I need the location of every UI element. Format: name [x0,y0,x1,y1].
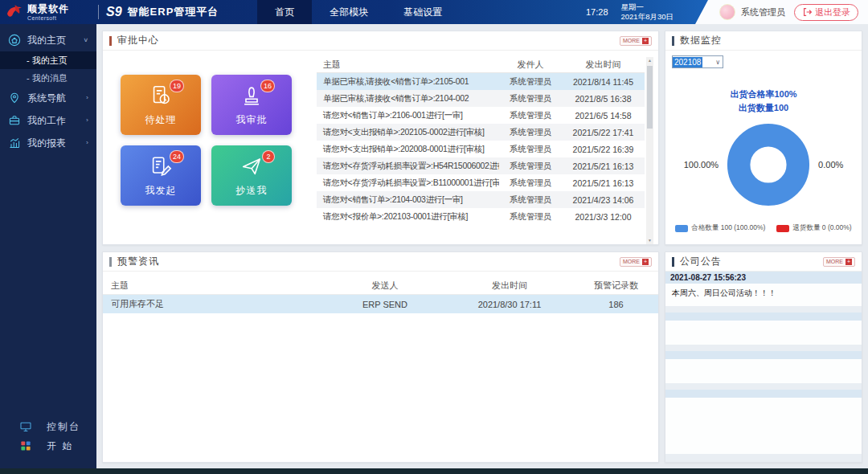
approval-row[interactable]: 请您对<存货浮动耗损率设置>:B11000001进行[审核]系统管理员2021/… [317,174,645,191]
sidebar-item-label: 系统导航 [27,92,86,105]
home-icon [8,34,21,47]
tile-compose[interactable]: 24我发起 [121,145,201,206]
scroll-down-icon[interactable]: ▼ [646,237,653,244]
message-subject: 请您对<支出报销单>:202008-0001进行[审核] [317,144,499,155]
clock: 17:28 [586,7,608,17]
message-sender: 系统管理员 [499,161,562,172]
announcement-content [665,398,862,454]
message-subject: 请您对<存货浮动耗损率设置>:H54R15006002进行[审核] [317,161,499,172]
approval-table: 主题发件人发出时间 单据已审核,请接收<销售订单>:2105-001系统管理员2… [317,57,653,244]
legend-label: 退货数量 0 (0.00%) [792,223,851,233]
nav-icon [8,92,21,104]
message-sender: 系统管理员 [499,127,562,138]
sidebar-footer-label: 开 始 [47,439,88,453]
more-icon: + [845,259,852,265]
sidebar-item-label: 我的工作 [27,114,86,128]
message-time: 2021/6/5 14:58 [562,111,645,121]
announcements-panel: 公司公告 MORE+ 2021-08-27 15:56:23本周六、周日公司活动… [665,251,862,463]
column-header: 主题 [317,59,499,71]
work-icon [8,114,21,127]
logout-button[interactable]: 退出登录 [794,4,858,21]
period-select[interactable]: 202108 ∨ [672,55,723,68]
app-logo: 顺景软件 Centersoft [0,2,96,22]
approval-row[interactable]: 请您对<支出报销单>:202008-0001进行[审核]系统管理员2021/5/… [317,141,645,157]
scroll-up-icon[interactable]: ▲ [646,57,653,64]
sidebar-subitem-0-1[interactable]: - 我的消息 [0,69,96,87]
message-subject: 请您对<支出报销单>:202105-0002进行[审核] [317,127,499,138]
announcement-date [665,390,862,398]
announcements-title: 公司公告 [680,255,722,268]
alerts-more-button[interactable]: MORE+ [620,257,652,267]
scroll-thumb[interactable] [647,66,653,129]
donut-chart [725,121,812,208]
legend-item-1: 退货数量 0 (0.00%) [776,223,851,233]
nav-tab-0[interactable]: 首页 [257,0,312,24]
topbar-user-area: 系统管理员 退出登录 [695,0,868,24]
announcements-more-button[interactable]: MORE+ [823,257,855,267]
sidebar: 我的主页∨- 我的主页- 我的消息系统导航›我的工作›我的报表› 控制台开 始 [0,24,96,468]
announcement-item-empty [665,351,862,383]
tile-label: 待处理 [145,113,177,127]
approval-title: 审批中心 [117,34,159,47]
message-subject: 请您对<销售订单>:2104-003进行[一审] [317,194,499,206]
message-time: 2021/5/22 16:39 [562,145,645,154]
avatar[interactable] [719,4,735,20]
approval-row[interactable]: 请您对<存货浮动耗损率设置>:H54R15006002进行[审核]系统管理员20… [317,157,645,174]
donut-left-label: 100.00% [684,160,719,170]
message-time: 2021/3/3 12:00 [562,212,645,222]
announcement-content [665,321,862,345]
sidebar-subitem-0-0[interactable]: - 我的主页 [0,51,96,69]
tile-pending[interactable]: 19待处理 [121,75,201,135]
tile-send[interactable]: 2抄送我 [211,145,292,206]
sidebar-item-3[interactable]: 我的报表› [0,132,96,154]
username: 系统管理员 [741,6,785,18]
sidebar-item-label: 我的报表 [27,137,86,150]
sidebar-item-label: 我的主页 [27,34,83,47]
divider [98,5,99,19]
approval-row[interactable]: 单据已审核,请接收<销售订单>:2105-001系统管理员2021/8/14 1… [317,73,645,90]
date: 2021年8月30日 [621,12,674,22]
chevron-right-icon: › [86,140,88,146]
start-icon [19,439,32,452]
message-subject: 请您对<销售订单>:2106-001进行[一审] [317,110,499,121]
main-content: 审批中心 MORE+ 19待处理16我审批24我发起2抄送我 主题发件人发出时间… [96,24,868,468]
approval-row[interactable]: 请您对<支出报销单>:202105-0002进行[审核]系统管理员2021/5/… [317,124,645,141]
message-subject: 请您对<报价单>:202103-0001进行[审核] [317,211,499,223]
announcement-item[interactable]: 2021-08-27 15:56:23本周六、周日公司活动！！！ [665,272,862,306]
sidebar-item-0[interactable]: 我的主页∨ [0,29,96,51]
message-sender: 系统管理员 [499,194,562,206]
nav-tab-2[interactable]: 基础设置 [386,0,460,24]
sidebar-footer-item-1[interactable]: 开 始 [0,436,96,456]
brand-subtitle: Centersoft [27,15,69,21]
alert-row[interactable]: 可用库存不足ERP SEND2021/8/30 17:11186 [103,295,658,313]
table-scrollbar[interactable]: ▲ ▼ [646,57,653,244]
approval-row[interactable]: 请您对<报价单>:202103-0001进行[审核]系统管理员2021/3/3 … [317,208,645,225]
data-monitor-panel: 数据监控 202108 ∨ 出货合格率100% 出货数量100 100.00% … [665,31,862,245]
column-header: 主题 [103,280,325,292]
sidebar-footer-item-0[interactable]: 控制台 [0,417,96,436]
approval-row[interactable]: 请您对<销售订单>:2106-001进行[一审]系统管理员2021/6/5 14… [317,107,645,124]
badge-count: 2 [262,150,275,163]
sidebar-item-2[interactable]: 我的工作› [0,109,96,132]
announcement-list: 2021-08-27 15:56:23本周六、周日公司活动！！！ [665,272,862,462]
taskbar [0,468,868,474]
sidebar-item-1[interactable]: 系统导航› [0,87,96,109]
approval-row[interactable]: 单据已审核,请接收<销售订单>:2104-002系统管理员2021/8/5 16… [317,90,645,107]
product-title: 智能ERP管理平台 [128,5,219,19]
tile-label: 抄送我 [236,184,268,198]
monitor-title: 数据监控 [680,34,722,47]
approval-more-button[interactable]: MORE+ [620,36,652,46]
announcement-content [665,359,862,383]
nav-tab-1[interactable]: 全部模块 [312,0,386,24]
column-header: 预警记录数 [574,280,658,292]
period-value: 202108 [673,57,702,67]
panel-marker [109,257,112,267]
message-time: 2021/8/14 11:45 [562,77,645,87]
message-subject: 单据已审核,请接收<销售订单>:2105-001 [317,76,499,88]
tile-stamp[interactable]: 16我审批 [211,75,292,135]
donut-right-label: 0.00% [818,160,843,170]
approval-table-head: 主题发件人发出时间 [317,57,645,73]
alert-sender: ERP SEND [325,300,445,309]
approval-row[interactable]: 请您对<销售订单>:2104-003进行[一审]系统管理员2021/4/23 1… [317,191,645,208]
sidebar-footer-label: 控制台 [47,420,88,434]
